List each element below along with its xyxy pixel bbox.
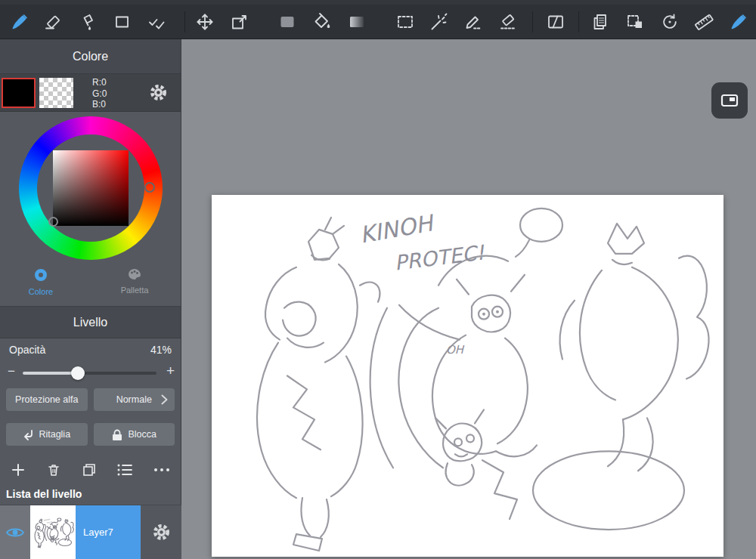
color-panel-title: Colore xyxy=(0,39,181,74)
transform-icon xyxy=(230,12,249,32)
layer-list-view-button[interactable] xyxy=(116,463,133,477)
rotate-view-button[interactable] xyxy=(653,7,686,37)
color-tabs: Colore Palletta xyxy=(0,264,181,306)
alpha-protection-label: Protezione alfa xyxy=(15,394,78,405)
opacity-slider-row: − + xyxy=(0,361,181,385)
scatter-tool-button[interactable] xyxy=(141,7,174,37)
layer-row[interactable]: Layer7 xyxy=(0,505,181,559)
chevron-right-icon xyxy=(161,394,168,405)
layer-settings-button[interactable] xyxy=(141,505,181,559)
color-wheel-icon xyxy=(34,268,48,282)
select-pen-tool-button[interactable] xyxy=(457,7,491,37)
shape-tool-button[interactable] xyxy=(106,7,139,37)
move-tool-button[interactable] xyxy=(188,7,222,37)
transform-tool-button[interactable] xyxy=(223,7,256,37)
gradient-icon xyxy=(347,12,367,32)
eraser-icon xyxy=(43,12,63,32)
tab-palletta[interactable]: Palletta xyxy=(104,268,165,295)
sv-handle[interactable] xyxy=(48,217,58,227)
brush-tool-button[interactable] xyxy=(3,7,36,37)
opacity-slider-fill xyxy=(23,372,78,375)
toolbar-separator xyxy=(578,11,579,32)
gradient-tool-button[interactable] xyxy=(340,7,373,37)
layer-visibility-toggle[interactable] xyxy=(0,505,30,559)
lock-label: Blocca xyxy=(128,429,156,440)
ellipsis-icon xyxy=(153,468,170,472)
select-eraser-icon xyxy=(498,12,518,32)
gear-icon xyxy=(148,82,169,103)
bucket-fill-tool-button[interactable] xyxy=(305,7,339,37)
paste-button[interactable] xyxy=(618,7,652,37)
duplicate-layer-button[interactable] xyxy=(82,462,97,477)
paint-fill-tool-button[interactable] xyxy=(72,7,105,37)
panel-divide-icon xyxy=(546,12,565,32)
opacity-decrease-button[interactable]: − xyxy=(8,364,15,379)
opacity-label: Opacità xyxy=(9,344,45,356)
layer-panel-title: Livello xyxy=(0,306,181,338)
rgb-b-value: B:0 xyxy=(92,99,107,110)
brush-shape-button[interactable] xyxy=(271,7,304,37)
plus-icon xyxy=(11,462,26,477)
blend-mode-button[interactable]: Normale xyxy=(94,388,175,411)
lock-icon xyxy=(111,428,123,441)
canvas-area: KINOH PROTEC! OH xyxy=(181,39,756,559)
sketch-drawing: KINOH PROTEC! OH xyxy=(212,195,723,557)
marquee-icon xyxy=(395,12,415,32)
shape-icon xyxy=(113,12,132,32)
lock-button[interactable]: Blocca xyxy=(94,423,175,446)
trash-icon xyxy=(46,462,61,477)
rgb-g-value: G:0 xyxy=(92,88,107,100)
list-icon xyxy=(116,463,133,477)
opacity-slider-track[interactable] xyxy=(23,372,156,375)
select-rectangle-tool-button[interactable] xyxy=(389,7,422,37)
ruler-icon xyxy=(694,12,714,32)
more-options-button[interactable] xyxy=(153,468,170,472)
double-check-icon xyxy=(147,12,167,32)
foreground-color-swatch[interactable] xyxy=(2,78,36,108)
top-toolbar xyxy=(0,5,756,39)
transparent-color-swatch[interactable] xyxy=(39,78,73,108)
select-eraser-tool-button[interactable] xyxy=(491,7,525,37)
layer-name[interactable]: Layer7 xyxy=(76,505,141,559)
clipping-label: Ritaglia xyxy=(39,429,70,440)
eraser-tool-button[interactable] xyxy=(36,7,70,37)
opacity-increase-button[interactable]: + xyxy=(166,363,175,379)
layer-thumbnail-art xyxy=(31,506,75,559)
paste-icon xyxy=(625,12,645,32)
opacity-slider-knob[interactable] xyxy=(71,366,85,380)
brush-icon xyxy=(10,12,29,32)
layer-options-row-2: Ritaglia Blocca xyxy=(6,423,175,446)
color-settings-button[interactable] xyxy=(148,82,169,105)
tool-hint-text: Lo strumento pennello permette agli uten… xyxy=(185,3,571,5)
alpha-protection-button[interactable]: Protezione alfa xyxy=(6,388,88,411)
copy-button[interactable] xyxy=(584,7,617,37)
clipping-button[interactable]: Ritaglia xyxy=(6,423,88,446)
panel-divide-tool-button[interactable] xyxy=(539,7,572,37)
color-wheel-area xyxy=(0,112,181,264)
tab-colore[interactable]: Colore xyxy=(11,268,71,296)
layer-list-title: Lista del livello xyxy=(6,488,82,500)
toolbar-separator xyxy=(184,11,185,32)
move-icon xyxy=(195,12,215,32)
paint-fill-icon xyxy=(79,12,98,32)
drawing-canvas[interactable]: KINOH PROTEC! OH xyxy=(212,195,723,557)
layer-thumbnail[interactable] xyxy=(30,505,76,559)
reference-window-button[interactable] xyxy=(711,82,748,119)
left-panel: Colore R:0 G:0 B:0 Colore xyxy=(0,39,181,559)
hue-handle[interactable] xyxy=(144,182,155,193)
ruler-tool-button[interactable] xyxy=(687,7,720,37)
select-pen-icon xyxy=(464,12,484,32)
add-layer-button[interactable] xyxy=(11,462,26,477)
magic-wand-icon xyxy=(429,12,449,32)
rgb-readout: R:0 G:0 B:0 xyxy=(92,77,107,110)
gear-icon xyxy=(151,522,172,542)
saturation-value-square[interactable] xyxy=(53,150,129,226)
copy-icon xyxy=(590,12,610,32)
delete-layer-button[interactable] xyxy=(46,462,61,477)
magic-wand-tool-button[interactable] xyxy=(423,7,456,37)
active-brush-indicator-button[interactable] xyxy=(722,7,755,37)
bucket-icon xyxy=(312,12,332,32)
opacity-value: 41% xyxy=(150,344,172,356)
brush-blue-icon xyxy=(729,12,748,32)
opacity-row: Opacità 41% xyxy=(0,338,181,361)
